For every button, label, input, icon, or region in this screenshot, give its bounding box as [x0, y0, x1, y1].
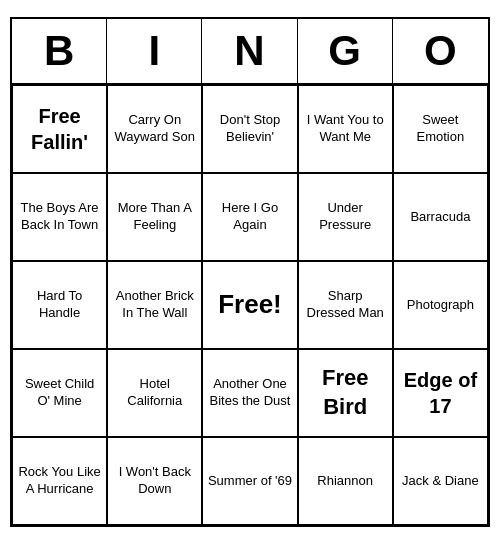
bingo-cell-5[interactable]: The Boys Are Back In Town — [12, 173, 107, 261]
bingo-letter-n: N — [202, 19, 297, 83]
bingo-letter-g: G — [298, 19, 393, 83]
bingo-cell-1[interactable]: Carry On Wayward Son — [107, 85, 202, 173]
bingo-card: BINGO Free Fallin'Carry On Wayward SonDo… — [10, 17, 490, 527]
bingo-cell-10[interactable]: Hard To Handle — [12, 261, 107, 349]
bingo-cell-21[interactable]: I Won't Back Down — [107, 437, 202, 525]
bingo-cell-3[interactable]: I Want You to Want Me — [298, 85, 393, 173]
bingo-header: BINGO — [12, 19, 488, 85]
bingo-letter-o: O — [393, 19, 488, 83]
bingo-grid: Free Fallin'Carry On Wayward SonDon't St… — [12, 85, 488, 525]
bingo-cell-19[interactable]: Edge of 17 — [393, 349, 488, 437]
bingo-cell-14[interactable]: Photograph — [393, 261, 488, 349]
bingo-cell-2[interactable]: Don't Stop Believin' — [202, 85, 297, 173]
bingo-cell-11[interactable]: Another Brick In The Wall — [107, 261, 202, 349]
bingo-cell-15[interactable]: Sweet Child O' Mine — [12, 349, 107, 437]
bingo-cell-6[interactable]: More Than A Feeling — [107, 173, 202, 261]
bingo-cell-8[interactable]: Under Pressure — [298, 173, 393, 261]
bingo-cell-23[interactable]: Rhiannon — [298, 437, 393, 525]
bingo-cell-22[interactable]: Summer of '69 — [202, 437, 297, 525]
bingo-cell-13[interactable]: Sharp Dressed Man — [298, 261, 393, 349]
bingo-cell-17[interactable]: Another One Bites the Dust — [202, 349, 297, 437]
bingo-cell-18[interactable]: Free Bird — [298, 349, 393, 437]
bingo-cell-9[interactable]: Barracuda — [393, 173, 488, 261]
bingo-cell-20[interactable]: Rock You Like A Hurricane — [12, 437, 107, 525]
bingo-letter-b: B — [12, 19, 107, 83]
bingo-cell-7[interactable]: Here I Go Again — [202, 173, 297, 261]
bingo-cell-4[interactable]: Sweet Emotion — [393, 85, 488, 173]
bingo-cell-24[interactable]: Jack & Diane — [393, 437, 488, 525]
bingo-cell-16[interactable]: Hotel California — [107, 349, 202, 437]
bingo-letter-i: I — [107, 19, 202, 83]
bingo-cell-0[interactable]: Free Fallin' — [12, 85, 107, 173]
bingo-cell-12[interactable]: Free! — [202, 261, 297, 349]
